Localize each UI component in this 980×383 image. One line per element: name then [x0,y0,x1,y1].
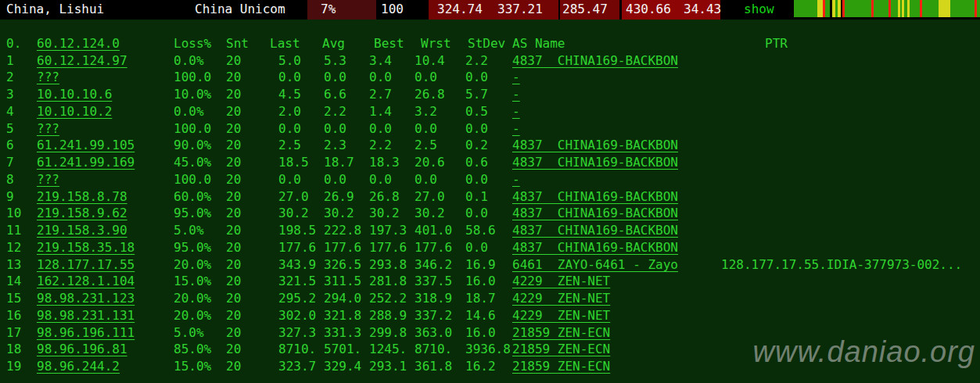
hop-ip-link[interactable]: 61.241.99.105 [37,138,135,153]
best-cell: 177.6 [369,240,407,256]
wrst-cell: 27.0 [415,189,445,205]
trace-row: 12219.158.35.1895.0%20177.6177.6177.6177… [0,240,980,257]
best-cell: 197.3 [369,223,407,238]
col-ptr: PTR [765,36,788,52]
hop-ip-link[interactable]: 98.96.196.111 [37,325,135,341]
as-name-link[interactable]: 21859 ZEN-ECN [512,342,610,357]
as-name-link[interactable]: 4837 CHINA169-BACKBON [512,138,678,153]
loss-cell: 20.0% [174,257,211,273]
loss-cell: 0.0% [174,104,204,120]
col-snt: Snt [226,36,249,52]
ping-segment-good [977,0,980,17]
wrst-cell: 8710. [415,342,452,357]
location-label: China, Lishui [6,0,104,20]
as-name-link[interactable]: 21859 ZEN-ECN [512,325,610,341]
avg-cell: 5.3 [324,53,346,69]
hop-ip-link[interactable]: ??? [37,121,59,137]
last-cell: 27.0 [278,189,309,205]
ping-segment-good [891,0,898,17]
as-name-link[interactable]: 4837 CHINA169-BACKBON [512,206,678,221]
hop-ip-link[interactable]: 98.98.231.131 [37,308,135,324]
as-name-link[interactable]: 6461 ZAYO-6461 - Zayo [512,257,678,273]
hop-ip-link[interactable]: 61.241.99.169 [37,155,135,170]
best-cell: 281.8 [369,274,407,289]
hop-ip-link[interactable]: ??? [37,172,59,188]
snt-cell: 20 [226,189,241,205]
loss-cell: 0.0% [174,53,204,69]
last-cell: 327.3 [278,325,316,341]
wrst-cell: 0.0 [415,172,437,188]
snt-cell: 20 [226,308,241,324]
stat-value-1: 324.74 [437,0,483,20]
hop-ip-link[interactable]: 219.158.9.62 [37,206,127,221]
as-name-link[interactable]: 4229 ZEN-NET [512,274,610,289]
hop-ip-link[interactable]: ??? [37,70,59,85]
best-cell: 293.8 [369,257,407,273]
as-name-link[interactable]: 4229 ZEN-NET [512,308,610,324]
snt-cell: 20 [226,325,241,341]
wrst-cell: 318.9 [415,291,452,306]
ping-segment-good [922,0,939,17]
hop-ip-link[interactable]: 128.177.17.55 [37,257,135,273]
stdev-cell: 0.0 [465,172,488,188]
stat-value-3: 285.47 [562,0,608,20]
hop-ip-link[interactable]: 219.158.8.78 [37,189,127,205]
snt-cell: 20 [226,359,241,374]
trace-row: 11219.158.3.905.0%20198.5222.8197.3401.0… [0,223,980,240]
col-last: Last [270,36,300,52]
hop-ip-link[interactable]: 162.128.1.104 [37,274,135,289]
hop-ip-link[interactable]: 219.158.3.90 [37,223,127,238]
avg-cell: 331.3 [324,325,361,341]
loss-cell: 10.0% [174,87,211,102]
snt-cell: 20 [226,138,241,153]
best-cell: 0.0 [369,70,392,85]
hop-number: 15 [6,291,21,306]
loss-cell: 90.0% [174,138,211,153]
hop-ip-link[interactable]: 219.158.35.18 [37,240,135,256]
stdev-cell: 18.7 [465,291,496,306]
loss-cell: 95.0% [174,240,211,256]
hop-number: 8 [6,172,14,188]
hop-number: 4 [6,104,14,120]
snt-cell: 20 [226,70,241,85]
last-cell: 8710. [278,342,316,357]
ping-segment-good [874,0,888,17]
wrst-cell: 10.4 [415,53,445,69]
stdev-cell: 3936.8 [465,342,511,357]
avg-cell: 6.6 [324,87,346,102]
show-toggle[interactable]: show [744,0,774,20]
avg-cell: 311.5 [324,274,361,289]
as-name-link[interactable]: 4837 CHINA169-BACKBON [512,53,678,69]
stat-value-4: 430.66 [626,0,671,20]
as-name-link[interactable]: 4837 CHINA169-BACKBON [512,240,678,256]
as-name-link[interactable]: 4229 ZEN-NET [512,291,610,306]
best-cell: 1245. [369,342,407,357]
hop-ip-link[interactable]: 98.98.231.123 [37,291,135,306]
hop-ip-link[interactable]: 98.96.244.2 [37,359,120,374]
watermark: www.daniao.org [753,335,975,369]
hop-number: 17 [6,325,21,341]
as-name-link[interactable]: 4837 CHINA169-BACKBON [512,223,678,238]
last-cell: 295.2 [278,291,316,306]
best-cell: 30.2 [369,206,400,221]
hop-ip-link[interactable]: 10.10.10.6 [37,87,112,102]
trace-row: 13128.177.17.5520.0%20343.9326.5293.8346… [0,257,980,274]
snt-cell: 20 [226,53,241,69]
hop-ip-link[interactable]: 60.12.124.97 [37,53,127,69]
avg-cell: 222.8 [324,223,361,238]
hop-ip-link[interactable]: 98.96.196.81 [37,342,127,357]
as-name-link[interactable]: 21859 ZEN-ECN [512,359,610,374]
as-name-link[interactable]: 4837 CHINA169-BACKBON [512,189,678,205]
last-cell: 0.0 [278,70,301,85]
loss-cell: 100.0 [174,121,211,137]
wrst-cell: 363.0 [415,325,452,341]
ping-segment-good [794,0,817,17]
as-name-link[interactable]: 4837 CHINA169-BACKBON [512,155,678,170]
source-ip-link[interactable]: 60.12.124.0 [37,36,120,52]
trace-row: 761.241.99.16945.0%2018.518.718.320.60.6… [0,155,980,172]
hop-number: 5 [6,121,14,137]
hop-ip-link[interactable]: 10.10.10.2 [37,104,112,120]
avg-cell: 30.2 [324,206,354,221]
best-cell: 26.8 [369,189,400,205]
avg-cell: 26.9 [324,189,354,205]
